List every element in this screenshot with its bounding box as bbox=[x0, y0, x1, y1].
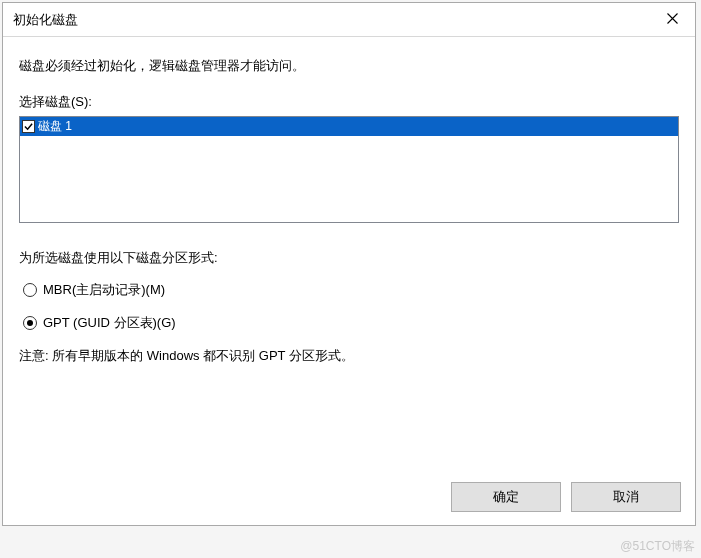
watermark: @51CTO博客 bbox=[620, 538, 695, 555]
radio-mbr-label: MBR(主启动记录)(M) bbox=[43, 281, 165, 299]
cancel-button[interactable]: 取消 bbox=[571, 482, 681, 512]
radio-icon bbox=[23, 316, 37, 330]
radio-icon bbox=[23, 283, 37, 297]
partition-radio-group: MBR(主启动记录)(M) GPT (GUID 分区表)(G) bbox=[19, 281, 679, 332]
radio-mbr[interactable]: MBR(主启动记录)(M) bbox=[23, 281, 679, 299]
note-text: 注意: 所有早期版本的 Windows 都不识别 GPT 分区形式。 bbox=[19, 347, 679, 365]
radio-gpt[interactable]: GPT (GUID 分区表)(G) bbox=[23, 314, 679, 332]
close-icon bbox=[667, 13, 678, 27]
disk-list[interactable]: 磁盘 1 bbox=[19, 116, 679, 223]
disk-checkbox[interactable] bbox=[22, 120, 35, 133]
initialize-disk-dialog: 初始化磁盘 磁盘必须经过初始化，逻辑磁盘管理器才能访问。 选择磁盘(S): 磁盘… bbox=[2, 2, 696, 526]
radio-gpt-label: GPT (GUID 分区表)(G) bbox=[43, 314, 176, 332]
info-text: 磁盘必须经过初始化，逻辑磁盘管理器才能访问。 bbox=[19, 57, 679, 75]
partition-style-label: 为所选磁盘使用以下磁盘分区形式: bbox=[19, 249, 679, 267]
disk-label: 磁盘 1 bbox=[38, 118, 72, 135]
close-button[interactable] bbox=[649, 3, 695, 36]
button-row: 确定 取消 bbox=[3, 469, 695, 525]
checkmark-icon bbox=[24, 120, 33, 134]
dialog-title: 初始化磁盘 bbox=[13, 11, 78, 29]
list-item[interactable]: 磁盘 1 bbox=[20, 117, 678, 136]
titlebar: 初始化磁盘 bbox=[3, 3, 695, 37]
ok-button[interactable]: 确定 bbox=[451, 482, 561, 512]
dialog-content: 磁盘必须经过初始化，逻辑磁盘管理器才能访问。 选择磁盘(S): 磁盘 1 为所选… bbox=[3, 37, 695, 469]
select-disk-label: 选择磁盘(S): bbox=[19, 93, 679, 111]
